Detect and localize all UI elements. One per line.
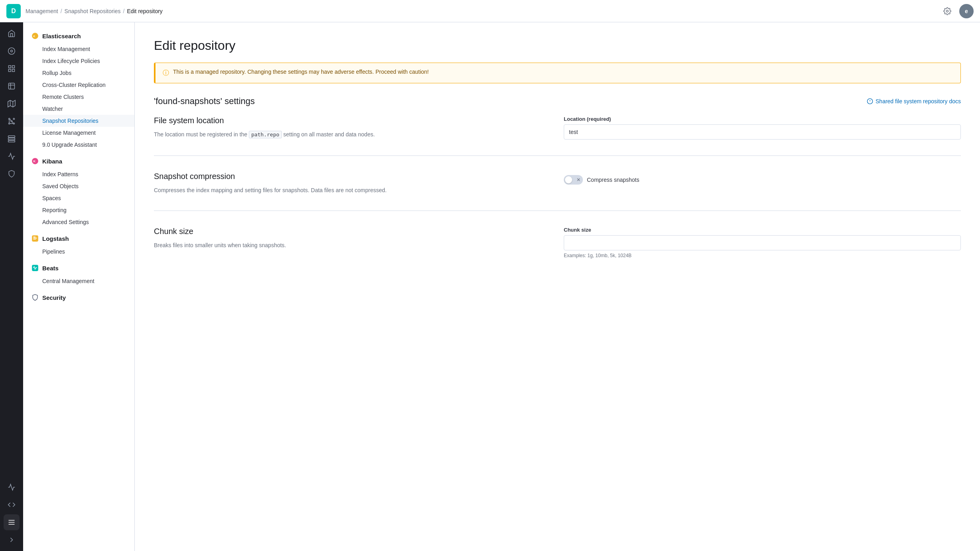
uptime-rail-btn[interactable] (4, 479, 20, 495)
activity-icon (8, 483, 16, 491)
sidebar-item-index-management[interactable]: Index Management (23, 43, 134, 55)
chunk-size-section: Chunk size Breaks files into smaller uni… (154, 227, 961, 274)
svg-point-0 (947, 10, 949, 12)
user-avatar[interactable]: e (959, 4, 974, 18)
compression-desc: Compresses the index mapping and setting… (154, 186, 551, 195)
breadcrumb-sep-1: / (61, 8, 62, 14)
settings-header-row: 'found-snapshots' settings Shared file s… (154, 96, 961, 106)
kibana-icon: K (31, 157, 39, 165)
chunk-hint: Examples: 1g, 10mb, 5k, 1024B (564, 253, 961, 258)
compress-label: Compress snapshots (587, 177, 640, 183)
home-icon (8, 30, 16, 37)
location-label: Location (required) (564, 116, 961, 122)
sidebar-item-saved-objects[interactable]: Saved Objects (23, 180, 134, 192)
sidebar-item-spaces[interactable]: Spaces (23, 192, 134, 204)
file-system-left: File system location The location must b… (154, 116, 551, 140)
svg-rect-3 (9, 66, 11, 68)
chunk-desc: Breaks files into smaller units when tak… (154, 241, 551, 250)
shield-icon (8, 170, 16, 178)
chunk-left: Chunk size Breaks files into smaller uni… (154, 227, 551, 258)
file-system-title: File system location (154, 116, 551, 125)
docs-link-label: Shared file system repository docs (876, 98, 961, 104)
toggle-thumb (565, 176, 572, 183)
warning-icon: ⓘ (163, 69, 169, 77)
compression-left: Snapshot compression Compresses the inde… (154, 172, 551, 195)
chunk-input[interactable] (564, 235, 961, 250)
maps-rail-btn[interactable] (4, 96, 20, 112)
infrastructure-rail-btn[interactable] (4, 131, 20, 147)
warning-alert: ⓘ This is a managed repository. Changing… (154, 63, 961, 83)
svg-point-16 (13, 123, 14, 124)
icon-rail (0, 22, 23, 551)
dev-tools-icon (8, 501, 16, 509)
sidebar-item-central-management[interactable]: Central Management (23, 275, 134, 287)
settings-button[interactable] (940, 4, 954, 18)
siem-rail-btn[interactable] (4, 166, 20, 182)
breadcrumb: Management / Snapshot Repositories / Edi… (26, 8, 163, 14)
breadcrumb-management[interactable]: Management (26, 8, 58, 14)
content-area: Edit repository ⓘ This is a managed repo… (135, 22, 980, 551)
logstash-header: Logstash (23, 231, 134, 246)
expand-icon (8, 536, 16, 544)
svg-rect-33 (33, 238, 37, 238)
app-logo[interactable]: D (6, 4, 21, 18)
svg-rect-5 (12, 69, 15, 72)
management-rail-btn[interactable] (4, 514, 20, 530)
compression-title: Snapshot compression (154, 172, 551, 181)
expand-rail-btn[interactable] (4, 532, 20, 548)
elasticsearch-header: e Elasticsearch (23, 29, 134, 43)
sidebar-item-index-lifecycle[interactable]: Index Lifecycle Policies (23, 55, 134, 67)
discover-icon (8, 47, 16, 55)
home-rail-btn[interactable] (4, 26, 20, 41)
svg-rect-23 (8, 138, 15, 140)
sidebar-item-watcher[interactable]: Watcher (23, 103, 134, 115)
svg-point-2 (11, 50, 13, 52)
sidebar-item-pipelines[interactable]: Pipelines (23, 246, 134, 258)
breadcrumb-snapshot-repos[interactable]: Snapshot Repositories (65, 8, 121, 14)
discover-rail-btn[interactable] (4, 43, 20, 59)
ml-rail-btn[interactable] (4, 113, 20, 129)
breadcrumb-sep-2: / (123, 8, 124, 14)
canvas-rail-btn[interactable] (4, 78, 20, 94)
svg-point-28 (32, 33, 38, 39)
sidebar-item-remote-clusters[interactable]: Remote Clusters (23, 91, 134, 103)
svg-rect-24 (8, 140, 15, 142)
svg-marker-10 (8, 100, 15, 107)
file-system-desc: The location must be registered in the p… (154, 130, 551, 139)
svg-line-18 (10, 119, 11, 121)
apm-rail-btn[interactable] (4, 148, 20, 164)
sidebar-item-upgrade[interactable]: 9.0 Upgrade Assistant (23, 139, 134, 151)
sidebar-item-advanced-settings[interactable]: Advanced Settings (23, 216, 134, 228)
sidebar-item-cross-cluster[interactable]: Cross-Cluster Replication (23, 79, 134, 91)
canvas-icon (8, 82, 16, 90)
svg-rect-4 (12, 66, 15, 68)
dashboard-rail-btn[interactable] (4, 61, 20, 77)
topnav-right: e (940, 4, 974, 18)
warning-text: This is a managed repository. Changing t… (173, 69, 429, 75)
beats-icon (31, 264, 39, 272)
location-input[interactable] (564, 124, 961, 140)
settings-section-title: 'found-snapshots' settings (154, 96, 255, 106)
chunk-title: Chunk size (154, 227, 551, 236)
sidebar-item-rollup-jobs[interactable]: Rollup Jobs (23, 67, 134, 79)
elasticsearch-section: e Elasticsearch Index Management Index L… (23, 29, 134, 151)
compress-toggle[interactable]: ✕ (564, 175, 583, 185)
compression-section: Snapshot compression Compresses the inde… (154, 172, 961, 211)
docs-link[interactable]: Shared file system repository docs (867, 98, 961, 104)
svg-rect-35 (33, 239, 36, 240)
sidebar-item-reporting[interactable]: Reporting (23, 204, 134, 216)
security-icon (31, 293, 39, 301)
dev-tools-rail-btn[interactable] (4, 497, 20, 513)
compression-right: ✕ Compress snapshots (564, 172, 961, 195)
elasticsearch-icon: e (31, 32, 39, 40)
map-icon (8, 100, 16, 108)
toggle-x-icon: ✕ (577, 177, 581, 183)
main-layout: e Elasticsearch Index Management Index L… (0, 22, 980, 551)
management-icon (8, 518, 16, 526)
svg-rect-22 (8, 136, 15, 138)
sidebar-item-index-patterns[interactable]: Index Patterns (23, 168, 134, 180)
sidebar-item-license[interactable]: License Management (23, 127, 134, 139)
gear-icon (943, 7, 951, 15)
sidebar-item-snapshot-repos[interactable]: Snapshot Repositories (23, 115, 134, 127)
svg-point-14 (13, 118, 14, 120)
